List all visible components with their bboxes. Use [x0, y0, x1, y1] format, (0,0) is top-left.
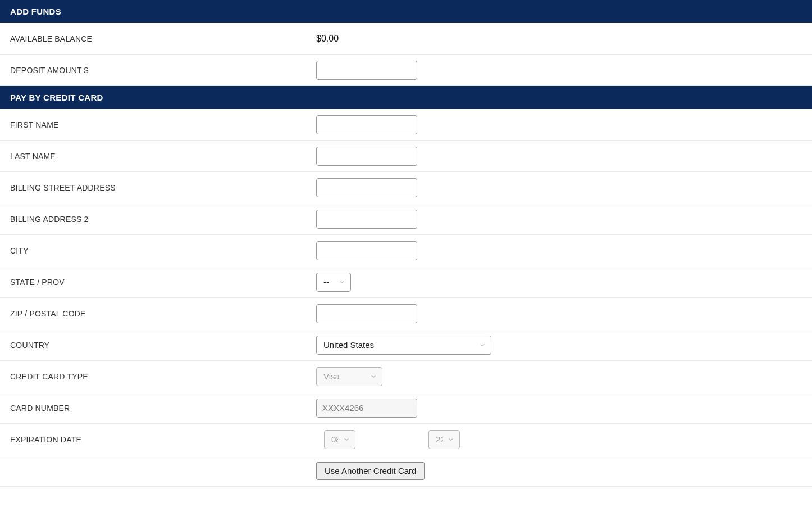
city-label: CITY	[10, 246, 316, 255]
row-zip: ZIP / POSTAL CODE	[0, 298, 812, 329]
last-name-input[interactable]	[316, 147, 417, 166]
row-state: STATE / PROV --	[0, 266, 812, 298]
card-type-label: CREDIT CARD TYPE	[10, 372, 316, 381]
zip-label: ZIP / POSTAL CODE	[10, 309, 316, 318]
first-name-input[interactable]	[316, 115, 417, 134]
deposit-amount-label: DEPOSIT AMOUNT $	[10, 66, 316, 75]
country-select[interactable]: United States	[316, 336, 491, 355]
city-input[interactable]	[316, 241, 417, 260]
card-number-label: CARD NUMBER	[10, 404, 316, 413]
card-number-input	[316, 399, 417, 418]
exp-month-select: 08	[324, 430, 355, 449]
state-label: STATE / PROV	[10, 278, 316, 287]
row-last-name: LAST NAME	[0, 141, 812, 172]
billing-street-input[interactable]	[316, 178, 417, 197]
country-label: COUNTRY	[10, 341, 316, 350]
row-card-type: CREDIT CARD TYPE Visa	[0, 361, 812, 392]
exp-year-select: 22	[428, 430, 460, 449]
expiration-label: EXPIRATION DATE	[10, 435, 316, 444]
available-balance-value: $0.00	[316, 34, 339, 44]
billing2-input[interactable]	[316, 210, 417, 229]
available-balance-label: AVAILABLE BALANCE	[10, 34, 316, 43]
section-header-pay-card: PAY BY CREDIT CARD	[0, 86, 812, 109]
billing2-label: BILLING ADDRESS 2	[10, 215, 316, 224]
row-use-another: Use Another Credit Card	[0, 455, 812, 487]
zip-input[interactable]	[316, 304, 417, 323]
row-city: CITY	[0, 235, 812, 266]
row-card-number: CARD NUMBER	[0, 392, 812, 424]
card-type-select: Visa	[316, 367, 382, 386]
row-expiration: EXPIRATION DATE 08 22	[0, 424, 812, 455]
row-country: COUNTRY United States	[0, 329, 812, 361]
state-select[interactable]: --	[316, 273, 351, 292]
row-billing-street: BILLING STREET ADDRESS	[0, 172, 812, 203]
row-billing2: BILLING ADDRESS 2	[0, 203, 812, 235]
last-name-label: LAST NAME	[10, 152, 316, 161]
section-header-add-funds: ADD FUNDS	[0, 0, 812, 23]
first-name-label: FIRST NAME	[10, 120, 316, 129]
use-another-card-button[interactable]: Use Another Credit Card	[316, 462, 425, 480]
row-deposit-amount: DEPOSIT AMOUNT $	[0, 55, 812, 86]
row-first-name: FIRST NAME	[0, 109, 812, 141]
deposit-amount-input[interactable]	[316, 61, 417, 80]
billing-street-label: BILLING STREET ADDRESS	[10, 183, 316, 192]
row-available-balance: AVAILABLE BALANCE $0.00	[0, 23, 812, 55]
